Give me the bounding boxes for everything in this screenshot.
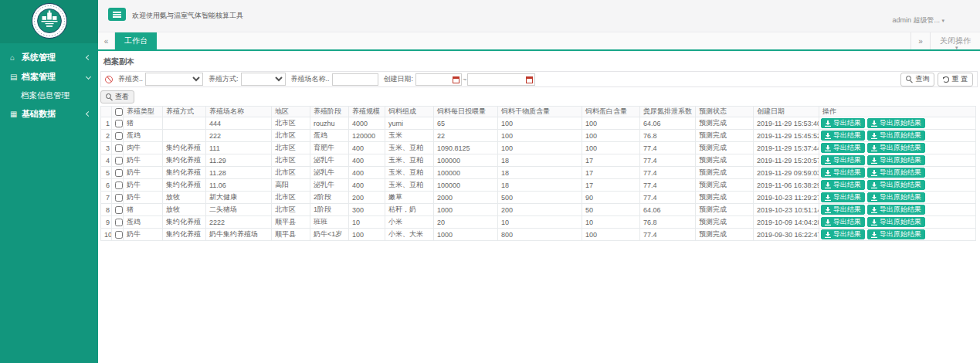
table-cell: 猪 [124,204,163,216]
tab-scroll-right-button[interactable]: » [910,32,931,49]
column-header: 操作 [819,107,976,117]
reset-button[interactable]: 重 置 [938,73,973,87]
table-cell: 100 [498,142,582,154]
breeding-method-select[interactable] [241,73,286,86]
tab-workbench[interactable]: 工作台 [115,32,157,49]
table-cell: 2019-11-29 15:53:40 [754,117,819,130]
search-icon [906,76,913,83]
row-actions-cell: 导出结果导出原始结果 [819,142,976,154]
chevron-left-icon [86,55,91,60]
row-checkbox[interactable] [115,132,123,140]
export-result-button[interactable]: 导出结果 [821,143,865,153]
close-operations-dropdown[interactable]: 关闭操作 ▾ [931,32,980,49]
export-raw-result-button[interactable]: 导出原始结果 [867,192,925,202]
export-result-button[interactable]: 导出结果 [821,168,865,178]
download-icon [871,207,877,213]
export-button-label: 导出原始结果 [880,131,921,141]
sidebar-item-archive-management[interactable]: ▤ 档案管理 [0,67,98,87]
export-button-label: 导出原始结果 [880,180,921,190]
table-cell: 77.4 [640,154,696,167]
table-cell: 11.28 [206,167,272,179]
table-cell: 100000 [434,154,498,167]
tab-scroll-left-button[interactable]: « [98,32,115,49]
row-select-cell [112,216,124,229]
sidebar-toggle-button[interactable] [108,8,126,21]
row-checkbox[interactable] [115,231,123,239]
export-raw-result-button[interactable]: 导出原始结果 [867,155,925,165]
row-select-cell [112,167,124,179]
table-cell: 64.06 [640,117,696,130]
table-cell: 100 [498,130,582,142]
user-menu[interactable]: admin 超级管... ▾ [892,15,944,25]
view-button[interactable]: 查看 [100,90,134,103]
column-header: 养殖规模 [349,107,385,117]
export-result-button[interactable]: 导出结果 [821,205,865,215]
archive-icon: ▤ [10,73,22,81]
table-cell: 11.06 [206,179,272,192]
table-cell: 泌乳牛 [310,179,349,192]
row-checkbox[interactable] [115,120,123,127]
table-cell: 集约化养殖 [163,167,206,179]
row-select-cell [112,204,124,216]
export-result-button[interactable]: 导出结果 [821,217,865,227]
row-checkbox[interactable] [115,182,123,189]
row-checkbox[interactable] [115,219,123,226]
select-all-checkbox[interactable] [115,108,123,116]
row-actions-cell: 导出结果导出原始结果 [819,204,976,216]
export-result-button[interactable]: 导出结果 [821,131,865,141]
row-select-cell [112,192,124,204]
sidebar-item-basic-data[interactable]: ▦ 基础数据 [0,104,98,124]
sidebar-item-archive-info-management[interactable]: 档案信息管理 [0,87,98,104]
table-cell: 18 [498,154,582,167]
export-result-button[interactable]: 导出结果 [821,155,865,165]
export-raw-result-button[interactable]: 导出原始结果 [867,168,925,178]
table-cell: 预测完成 [696,179,754,192]
export-raw-result-button[interactable]: 导出原始结果 [867,229,925,239]
export-button-label: 导出结果 [833,217,861,227]
table-cell: 2222 [206,216,272,229]
row-checkbox[interactable] [115,169,123,177]
row-checkbox[interactable] [115,194,123,202]
row-checkbox[interactable] [115,206,123,214]
calendar-icon[interactable] [526,76,533,83]
table-cell: 100 [582,142,640,154]
table-cell: 400 [349,179,385,192]
export-result-button[interactable]: 导出结果 [821,192,865,202]
table-cell: 嫩草 [385,192,434,204]
table-cell: 北市区 [272,192,310,204]
export-raw-result-button[interactable]: 导出原始结果 [867,118,925,128]
farm-name-input[interactable] [332,73,378,86]
sidebar-item-label: 基础数据 [22,108,86,120]
download-icon [871,195,877,201]
table-cell: 小米 [385,216,434,229]
table-cell: 444 [206,117,272,130]
table-cell: 222 [206,130,272,142]
export-raw-result-button[interactable]: 导出原始结果 [867,205,925,215]
table-cell: 77.4 [640,229,696,241]
table-cell: 64.06 [640,204,696,216]
export-button-label: 导出原始结果 [880,192,921,202]
query-button[interactable]: 查询 [900,73,934,87]
date-to-input[interactable] [467,73,535,86]
export-raw-result-button[interactable]: 导出原始结果 [867,131,925,141]
export-button-label: 导出原始结果 [880,118,921,128]
row-checkbox[interactable] [115,144,123,152]
select-all-header [112,107,124,117]
calendar-icon[interactable] [453,76,459,83]
export-raw-result-button[interactable]: 导出原始结果 [867,217,925,227]
export-result-button[interactable]: 导出结果 [821,229,865,239]
export-raw-result-button[interactable]: 导出原始结果 [867,180,925,190]
tab-bar: « 工作台 » 关闭操作 ▾ [98,32,980,51]
export-result-button[interactable]: 导出结果 [821,118,865,128]
row-actions-cell: 导出结果导出原始结果 [819,130,976,142]
download-icon [825,207,831,213]
double-chevron-right-icon: » [918,37,923,46]
sidebar-item-system-management[interactable]: ⌂ 系统管理 [0,48,98,67]
row-checkbox[interactable] [115,157,123,165]
row-index: 7 [101,192,112,204]
export-button-label: 导出结果 [833,143,861,153]
export-raw-result-button[interactable]: 导出原始结果 [867,143,925,153]
farm-type-select[interactable] [145,73,203,86]
row-actions-cell: 导出结果导出原始结果 [819,167,976,179]
export-result-button[interactable]: 导出结果 [821,180,865,190]
